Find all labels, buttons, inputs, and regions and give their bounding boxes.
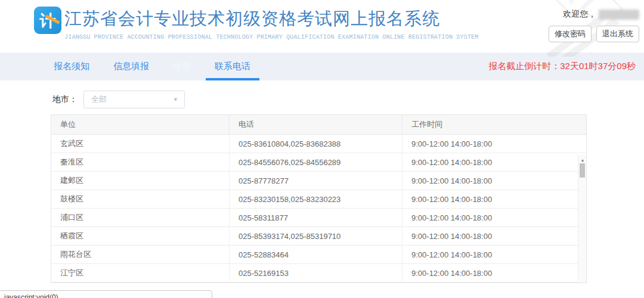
city-select-value: 全部 [91,94,107,105]
cell-unit: 浦口区 [51,209,230,226]
cell-phone: 025-58311877 [230,209,402,226]
table-row: 栖霞区 025-85393174,025-85319710 9:00-12:00… [51,227,586,246]
cell-unit: 鼓楼区 [51,190,230,208]
table-row: 鼓楼区 025-83230158,025-83230223 9:00-12:00… [51,190,586,209]
table-body: 玄武区 025-83610804,025-83682388 9:00-12:00… [51,135,586,283]
table-row: 建邺区 025-87778277 9:00-12:00 14:00-18:00 [51,172,586,190]
tab-contact-phone[interactable]: 联系电话 [213,52,252,80]
table-row: 浦口区 025-58311877 9:00-12:00 14:00-18:00 [51,209,586,227]
cell-phone: 025-85393174,025-85319710 [230,227,402,245]
cell-hours: 9:00-12:00 14:00-18:00 [402,190,586,208]
registration-countdown: 报名截止倒计时：32天01时37分09秒 [488,52,636,80]
cell-phone: 025-84556076,025-84556289 [230,153,402,171]
cell-phone: 025-87778277 [230,172,402,190]
active-tab-underline [206,78,259,80]
chevron-down-icon: ▼ [173,97,178,103]
column-header-hours: 工作时间 [402,115,586,134]
cell-phone: 025-52883464 [230,246,402,263]
welcome-label: 欢迎您， [563,9,596,20]
header-user-area: 欢迎您， 修改密码 退出系统 [538,9,639,42]
table-row: 玄武区 025-83610804,025-83682388 9:00-12:00… [51,135,586,153]
cell-hours: 9:00-12:00 14:00-18:00 [402,246,586,263]
cell-hours: 9:00-12:00 14:00-18:00 [402,172,586,190]
city-filter-label: 地市： [52,94,78,105]
scroll-up-arrow-icon[interactable]: ▲ [578,156,586,163]
main-nav: 报名须知 信息填报 缴费 联系电话 报名截止倒计时：32天01时37分09秒 [0,52,644,80]
column-header-phone: 电话 [230,115,402,134]
table-scrollbar[interactable]: ▲ ▼ [578,155,586,283]
cell-unit: 建邺区 [51,172,230,190]
cell-hours: 9:00-12:00 14:00-18:00 [402,227,586,245]
page-subtitle: JIANGSU PROVINCE ACCOUNTING PROFESSIONAL… [64,34,479,41]
cell-phone: 025-52169153 [230,264,402,282]
table-row: 秦淮区 025-84556076,025-84556289 9:00-12:00… [51,153,586,172]
cell-unit: 雨花台区 [51,246,230,263]
contacts-table: 单位 电话 工作时间 玄武区 025-83610804,025-83682388… [51,114,587,283]
cell-unit: 栖霞区 [51,227,230,245]
cell-unit: 秦淮区 [51,153,230,171]
cell-unit: 江宁区 [51,264,230,282]
user-name-redacted [599,10,639,20]
cell-unit: 玄武区 [51,135,230,153]
tab-registration-notice[interactable]: 报名须知 [52,52,91,80]
svg-text:¥: ¥ [567,0,575,8]
cell-hours: 9:00-12:00 14:00-18:00 [402,153,586,171]
table-header-row: 单位 电话 工作时间 [51,115,586,135]
scrollbar-thumb[interactable] [580,163,585,178]
app-logo-icon: 计 [34,7,61,34]
tab-payment[interactable]: 缴费 [172,52,192,80]
nav-tabs: 报名须知 信息填报 缴费 联系电话 [52,52,273,80]
title-block: 江苏省会计专业技术初级资格考试网上报名系统 JIANGSU PROVINCE A… [64,7,479,41]
cell-hours: 9:00-12:00 14:00-18:00 [402,135,586,153]
page-title: 江苏省会计专业技术初级资格考试网上报名系统 [64,7,479,31]
cell-hours: 9:00-12:00 14:00-18:00 [402,264,586,282]
table-row: 雨花台区 025-52883464 9:00-12:00 14:00-18:00 [51,246,586,264]
cell-phone: 025-83610804,025-83682388 [230,135,402,153]
column-header-unit: 单位 [51,115,230,134]
tab-info-entry[interactable]: 信息填报 [112,52,150,80]
browser-status-tooltip: javascript:void(0) [0,290,212,298]
logout-button[interactable]: 退出系统 [596,26,639,42]
table-row: 江宁区 025-52169153 9:00-12:00 14:00-18:00 [51,264,586,283]
cell-phone: 025-83230158,025-83230223 [230,190,402,208]
city-select-dropdown[interactable]: 全部 ▼ [83,91,185,108]
page-header: 计 江苏省会计专业技术初级资格考试网上报名系统 JIANGSU PROVINCE… [0,0,644,52]
change-password-button[interactable]: 修改密码 [549,26,592,42]
cell-hours: 9:00-12:00 14:00-18:00 [402,209,586,226]
city-filter: 地市： 全部 ▼ [52,91,185,108]
